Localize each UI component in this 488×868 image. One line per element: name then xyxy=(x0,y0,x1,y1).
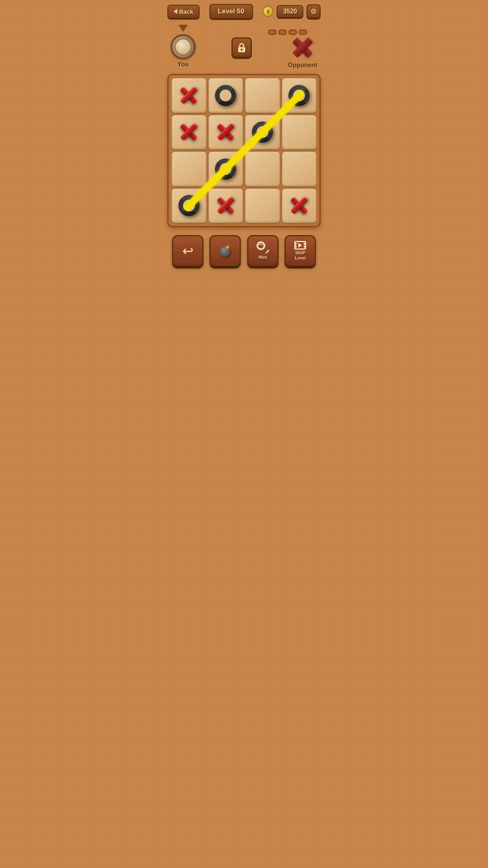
cell-1-0[interactable] xyxy=(172,115,206,150)
opponent-x-mark xyxy=(292,37,314,59)
x-mark xyxy=(216,122,236,142)
skip-level-button[interactable]: SKIP Level xyxy=(284,235,316,267)
cell-0-1[interactable] xyxy=(209,78,243,113)
cell-3-0[interactable] xyxy=(172,189,206,223)
board-container xyxy=(167,74,321,227)
coin-count: 3520 xyxy=(277,5,303,18)
undo-icon: ↩ xyxy=(182,244,193,257)
back-label: Back xyxy=(179,8,193,15)
skip-video-icon xyxy=(294,241,306,250)
game-board xyxy=(167,74,321,227)
bottom-toolbar: ↩ Hint Hint SKIP Level xyxy=(163,230,325,271)
coin-symbol: $ xyxy=(267,9,270,15)
chain-link-1 xyxy=(268,29,277,35)
player-you-section: You xyxy=(171,25,196,68)
hint-handle xyxy=(265,250,270,254)
skip-label: SKIP Level xyxy=(295,250,306,261)
x-mark xyxy=(216,196,236,216)
o-mark xyxy=(215,158,236,180)
player-you-token xyxy=(171,34,196,59)
cell-0-0[interactable] xyxy=(172,78,206,113)
cell-3-2[interactable] xyxy=(245,189,280,223)
bomb-button[interactable] xyxy=(209,235,241,267)
x-mark xyxy=(289,196,309,216)
chain-link-4 xyxy=(299,29,307,35)
o-mark xyxy=(215,85,236,106)
hint-button[interactable]: Hint Hint xyxy=(247,235,279,267)
cell-1-1[interactable] xyxy=(209,115,243,150)
lock-svg xyxy=(236,42,247,53)
top-right-area: $ 3520 ⚙ xyxy=(262,4,321,18)
o-mark xyxy=(288,85,310,106)
coin-value: 3520 xyxy=(283,8,297,15)
cell-0-2[interactable] xyxy=(245,78,280,113)
hint-icon: Hint xyxy=(257,241,269,254)
cell-2-2[interactable] xyxy=(245,152,280,186)
x-mark xyxy=(179,85,199,105)
turn-indicator xyxy=(178,25,188,32)
cell-2-0[interactable] xyxy=(172,152,206,186)
cell-2-1[interactable] xyxy=(209,152,243,186)
cell-3-3[interactable] xyxy=(282,189,317,223)
o-mark xyxy=(178,195,200,216)
hint-label: Hint xyxy=(259,255,267,260)
film-strip-icon xyxy=(294,241,306,250)
hint-text: Hint xyxy=(258,243,264,246)
lock-icon xyxy=(231,37,252,58)
cell-1-3[interactable] xyxy=(282,115,317,150)
player-you-name: You xyxy=(177,61,189,68)
back-button[interactable]: Back xyxy=(167,5,200,18)
level-badge: Level 50 xyxy=(209,4,253,19)
cell-2-3[interactable] xyxy=(282,152,317,186)
chain-link-3 xyxy=(288,29,297,35)
player-opponent-token xyxy=(290,35,315,60)
svg-rect-2 xyxy=(241,50,242,51)
top-bar: Back Level 50 $ 3520 ⚙ xyxy=(163,0,325,23)
play-triangle-icon xyxy=(298,243,302,248)
level-text: Level 50 xyxy=(218,7,244,15)
cell-1-2[interactable] xyxy=(245,115,280,150)
x-mark xyxy=(179,122,199,142)
player-token-inner xyxy=(174,38,192,55)
cell-3-1[interactable] xyxy=(209,189,243,223)
bomb-icon xyxy=(219,245,231,257)
bomb-body xyxy=(220,246,230,257)
coin-icon: $ xyxy=(262,6,273,17)
settings-button[interactable]: ⚙ xyxy=(306,4,321,18)
cell-0-3[interactable] xyxy=(282,78,317,113)
o-mark xyxy=(252,121,273,143)
back-arrow-icon xyxy=(174,9,177,14)
chain-counter xyxy=(268,29,307,35)
player-area: You Opponent xyxy=(163,23,325,71)
gear-icon: ⚙ xyxy=(310,7,317,16)
player-opponent-name: Opponent xyxy=(288,62,317,69)
chain-link-2 xyxy=(278,29,287,35)
undo-button[interactable]: ↩ xyxy=(172,235,204,267)
